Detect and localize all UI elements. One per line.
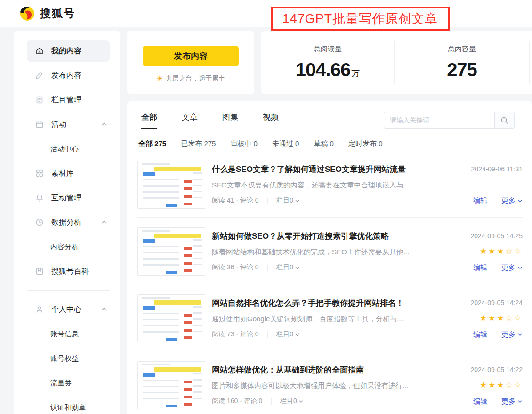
sidebar-item-activity-center[interactable]: 活动中心 xyxy=(14,137,120,161)
article-date: 2024-09-06 11:31 xyxy=(471,165,523,173)
filter-scheduled[interactable]: 定时发布 0 xyxy=(348,139,383,148)
meta-divider: ｜ xyxy=(268,397,274,406)
search-button[interactable] xyxy=(494,112,514,128)
more-button[interactable]: 更多 xyxy=(501,263,523,272)
sidebar-item-label: 活动 xyxy=(51,120,66,130)
sohu-fox-icon xyxy=(19,5,36,22)
sidebar-item-publish[interactable]: 发布内容 xyxy=(14,63,120,88)
article-thumbnail[interactable] xyxy=(137,294,205,342)
tab-articles[interactable]: 文章 xyxy=(182,112,198,129)
column-selector[interactable]: 栏目0 xyxy=(276,263,300,272)
edit-button[interactable]: 编辑 xyxy=(473,263,487,272)
sidebar-item-label: 素材库 xyxy=(51,169,74,179)
article-list-item: 什么是SEO文章？了解如何通过SEO文章提升网站流量 SEO文章不仅要有优质的内… xyxy=(127,159,532,226)
sidebar-item-traffic-voucher[interactable]: 流量券 xyxy=(14,371,120,395)
chevron-down-icon xyxy=(517,332,523,337)
sidebar-item-label: 账号权益 xyxy=(50,354,79,363)
tab-galleries[interactable]: 图集 xyxy=(222,112,238,129)
meta-divider: ｜ xyxy=(265,263,271,272)
calendar-icon xyxy=(35,120,44,129)
tab-all[interactable]: 全部 xyxy=(141,112,157,129)
top-header: 搜狐号 xyxy=(0,0,532,27)
sidebar-item-label: 内容分析 xyxy=(50,243,79,252)
more-button[interactable]: 更多 xyxy=(501,196,523,205)
motto-row: ☀ 九层之台，起于累土 xyxy=(127,74,254,83)
sidebar-item-my-content[interactable]: 我的内容 xyxy=(14,39,120,63)
sidebar-item-label: 我的内容 xyxy=(51,46,81,56)
filter-in-review[interactable]: 审核中 0 xyxy=(230,139,258,148)
stat-value: 104.66万 xyxy=(261,59,394,81)
sidebar-nav: 我的内容 发布内容 栏目管理 活动 活动中心 xyxy=(14,31,120,414)
rating-stars: ★★★☆☆ xyxy=(480,380,523,390)
status-filters: 全部 275 已发布 275 审核中 0 未通过 0 草稿 0 定时发布 0 xyxy=(138,139,382,148)
article-thumbnail[interactable] xyxy=(137,227,205,276)
column-selector[interactable]: 栏目0 xyxy=(280,397,304,406)
rating-stars: ★★★☆☆ xyxy=(480,313,523,323)
filter-all[interactable]: 全部 275 xyxy=(138,139,166,148)
sidebar-item-account-benefits[interactable]: 账号权益 xyxy=(14,346,120,371)
article-list: 什么是SEO文章？了解如何通过SEO文章提升网站流量 SEO文章不仅要有优质的内… xyxy=(127,159,532,414)
article-actions: 编辑 更多 xyxy=(473,263,523,272)
stats-card: 总阅读量 104.66万 总内容量 275 xyxy=(261,31,532,94)
article-meta: 阅读 41 · 评论 0 ｜ 栏目0 xyxy=(212,196,300,205)
bookmark-icon xyxy=(35,267,44,276)
sidebar-item-activities[interactable]: 活动 xyxy=(14,112,120,137)
sidebar-item-account-info[interactable]: 账号信息 xyxy=(14,322,120,346)
publish-content-button[interactable]: 发布内容 xyxy=(143,46,239,66)
content-tabs: 全部 文章 图集 视频 xyxy=(141,112,279,129)
article-date: 2024-09-05 14:25 xyxy=(470,232,523,240)
article-thumbnail[interactable] xyxy=(137,161,205,209)
article-right-column: 2024-09-05 14:25 ★★★☆☆ 编辑 更多 xyxy=(447,226,523,292)
article-thumbnail[interactable] xyxy=(137,361,205,409)
tab-videos[interactable]: 视频 xyxy=(263,112,279,129)
sidebar-item-certification[interactable]: 认证和勋章 xyxy=(14,395,120,414)
chevron-up-icon[interactable] xyxy=(101,219,107,225)
sidebar-item-content-analysis[interactable]: 内容分析 xyxy=(14,235,120,259)
filter-rejected[interactable]: 未通过 0 xyxy=(272,139,299,148)
sidebar-item-label: 活动中心 xyxy=(50,145,79,154)
column-selector[interactable]: 栏目0 xyxy=(276,330,300,339)
column-selector[interactable]: 栏目0 xyxy=(276,196,300,205)
sidebar-item-interaction[interactable]: 互动管理 xyxy=(14,186,120,210)
article-list-item: 网站怎样做优化：从基础到进阶的全面指南 图片和多媒体内容可以极大地增强用户体验，… xyxy=(127,359,532,414)
edit-button[interactable]: 编辑 xyxy=(473,196,487,205)
sohu-logo[interactable]: 搜狐号 xyxy=(19,5,75,22)
sidebar-item-label: 发布内容 xyxy=(51,71,81,81)
clock-icon xyxy=(35,218,44,227)
rating-stars: ★★★☆☆ xyxy=(480,246,523,256)
sun-icon: ☀ xyxy=(156,75,163,82)
chevron-up-icon[interactable] xyxy=(101,307,107,312)
article-actions: 编辑 更多 xyxy=(473,196,523,205)
article-list-item: 网站自然排名优化怎么弄？手把手教你提升网站排名！ 通过使用如Google关键词规… xyxy=(127,292,532,359)
annotation-text: 147GPT批量写作原创文章 xyxy=(282,10,438,27)
chevron-down-icon xyxy=(517,265,523,270)
chevron-up-icon[interactable] xyxy=(101,122,107,127)
article-list-item: 新站如何做SEO？从零开始打造搜索引擎优化策略 随着网站结构和基础技术优化的完成… xyxy=(127,226,532,292)
bell-icon xyxy=(35,194,44,202)
chevron-down-icon xyxy=(517,399,523,404)
annotation-box: 147GPT批量写作原创文章 xyxy=(271,7,450,31)
stat-total-content: 总内容量 275 xyxy=(394,45,530,81)
sidebar-item-personal-center[interactable]: 个人中心 xyxy=(14,297,120,322)
stats-divider xyxy=(529,41,530,84)
filter-published[interactable]: 已发布 275 xyxy=(181,139,216,148)
search-input[interactable] xyxy=(384,112,494,128)
more-button[interactable]: 更多 xyxy=(501,397,523,406)
filter-drafts[interactable]: 草稿 0 xyxy=(314,139,334,148)
article-meta: 阅读 160 · 评论 0 ｜ 栏目0 xyxy=(212,397,304,406)
more-button[interactable]: 更多 xyxy=(501,330,523,339)
sidebar-item-material-library[interactable]: 素材库 xyxy=(14,161,120,186)
edit-button[interactable]: 编辑 xyxy=(473,397,487,406)
article-actions: 编辑 更多 xyxy=(473,397,523,406)
article-right-column: 2024-09-05 14:24 ★★★☆☆ 编辑 更多 xyxy=(447,292,523,359)
sidebar-item-label: 数据分析 xyxy=(51,218,81,227)
edit-button[interactable]: 编辑 xyxy=(473,330,487,339)
stat-label: 总内容量 xyxy=(394,45,530,54)
sidebar-item-label: 个人中心 xyxy=(51,305,81,315)
stat-total-reads: 总阅读量 104.66万 xyxy=(261,45,394,81)
sidebar-item-columns[interactable]: 栏目管理 xyxy=(14,88,120,112)
sidebar-item-encyclopedia[interactable]: 搜狐号百科 xyxy=(14,259,120,284)
sidebar-item-data-analysis[interactable]: 数据分析 xyxy=(14,210,120,235)
sidebar-item-label: 账号信息 xyxy=(50,330,79,339)
sidebar: 我的内容 发布内容 栏目管理 活动 活动中心 xyxy=(14,31,120,414)
